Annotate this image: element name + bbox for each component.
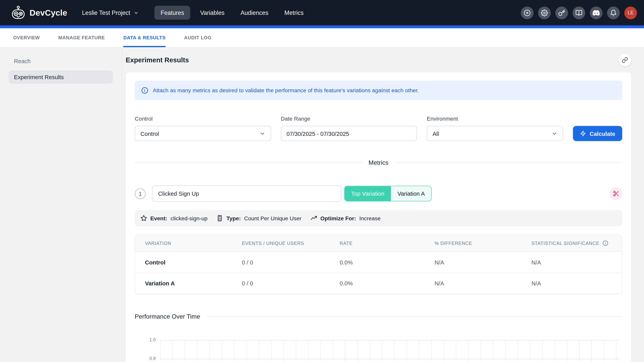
link-icon [622, 57, 628, 63]
control-select-value: Control [140, 130, 159, 137]
control-select[interactable]: Control [135, 126, 271, 141]
nav-item-features[interactable]: Features [154, 6, 190, 19]
lightning-icon [580, 130, 586, 136]
filters-row: Control Control Date Range 07/30/2025 - … [135, 116, 622, 141]
cell-events: 0 / 0 [232, 259, 330, 266]
metric-index-badge: 1 [135, 188, 146, 199]
devcycle-logo[interactable]: DevCycle [11, 5, 67, 20]
performance-section-header: Performance Over Time [135, 313, 622, 320]
event-value: clicked-sign-up [170, 215, 208, 221]
gear-icon [541, 9, 548, 16]
experiment-results-card: Attach as many metrics as desired to val… [126, 72, 631, 362]
cell-events: 0 / 0 [232, 280, 330, 287]
variation-toggle: Top Variation Variation A [344, 186, 432, 201]
chevron-down-icon [259, 131, 265, 136]
metric-name-input[interactable]: Clicked Sign Up [152, 185, 341, 202]
discord-icon [593, 9, 600, 16]
header-statistical-significance: STATISTICAL SIGNIFICANCE [522, 240, 622, 246]
control-label: Control [135, 116, 271, 122]
settings-button[interactable] [538, 6, 551, 19]
docs-button[interactable] [572, 6, 585, 19]
event-label: Event: [150, 215, 167, 221]
content-area: Reach Experiment Results Experiment Resu… [0, 47, 644, 362]
header-statistical-significance-label: STATISTICAL SIGNIFICANCE [532, 241, 599, 246]
chart-plot-area [160, 340, 619, 362]
type-value: Count Per Unique User [244, 215, 302, 221]
sidebar-item-reach[interactable]: Reach [8, 54, 113, 68]
chart-y-axis: 1.0 0.9 [135, 340, 160, 362]
logo-wordmark: DevCycle [30, 8, 67, 17]
api-keys-button[interactable] [555, 6, 568, 19]
cell-rate: 0.0% [330, 280, 425, 287]
discord-button[interactable] [590, 6, 602, 19]
top-navbar: DevCycle Leslie Test Project Features Va… [0, 0, 644, 25]
date-range-field: Date Range 07/30/2025 - 07/30/2025 [281, 116, 417, 141]
metrics-divider-label: Metrics [368, 159, 388, 166]
accent-bar [0, 25, 644, 28]
optimize-label: Optimize For: [320, 215, 356, 221]
date-range-label: Date Range [281, 116, 417, 122]
feature-tabbar: OVERVIEW MANAGE FEATURE DATA & RESULTS A… [0, 28, 644, 48]
project-selector[interactable]: Leslie Test Project [82, 9, 139, 16]
table-row-control: Control 0 / 0 0.0% N/A N/A [135, 252, 622, 273]
type-label: Type: [226, 215, 241, 221]
tab-audit-log[interactable]: AUDIT LOG [184, 28, 212, 47]
divider-line [207, 316, 622, 317]
chevron-down-icon [552, 131, 557, 136]
environment-field: Environment All [427, 116, 563, 141]
metrics-divider: Metrics [135, 159, 622, 166]
performance-chart: 1.0 0.9 [135, 340, 622, 362]
header-events-unique-users: EVENTS / UNIQUE USERS [232, 241, 330, 246]
environment-select[interactable]: All [427, 126, 563, 141]
y-tick: 0.9 [149, 356, 156, 361]
header-percent-difference: % DIFFERENCE [425, 241, 522, 246]
table-row-variation-a: Variation A 0 / 0 0.0% N/A N/A [135, 273, 622, 294]
plus-circle-icon [524, 9, 531, 16]
control-field: Control Control [135, 116, 271, 141]
info-circle-icon[interactable] [603, 240, 608, 246]
user-avatar[interactable]: LE [624, 6, 637, 19]
optimize-value: Increase [360, 215, 381, 221]
metric-row: 1 Clicked Sign Up Top Variation Variatio… [135, 185, 622, 202]
notifications-button[interactable] [607, 6, 620, 19]
copy-link-button[interactable] [618, 54, 631, 66]
app-window: DevCycle Leslie Test Project Features Va… [0, 0, 644, 362]
metric-optimize-for: Optimize For: Increase [310, 215, 380, 221]
calculate-button-label: Calculate [590, 130, 616, 137]
cell-difference: N/A [425, 280, 522, 287]
performance-title: Performance Over Time [135, 313, 200, 320]
environment-label: Environment [427, 116, 563, 122]
sidebar-item-experiment-results[interactable]: Experiment Results [8, 71, 113, 84]
tab-manage-feature[interactable]: MANAGE FEATURE [58, 28, 105, 47]
book-open-icon [576, 9, 582, 16]
create-button[interactable] [521, 6, 534, 19]
calculate-button[interactable]: Calculate [573, 126, 622, 141]
scissors-icon [612, 190, 619, 197]
tab-data-and-results[interactable]: DATA & RESULTS [123, 28, 166, 47]
nav-item-audiences[interactable]: Audiences [234, 6, 274, 19]
nav-item-metrics[interactable]: Metrics [278, 6, 310, 19]
divider-line [135, 163, 362, 163]
trending-up-icon [310, 215, 317, 221]
nav-item-variables[interactable]: Variables [194, 6, 231, 19]
date-range-value: 07/30/2025 - 07/30/2025 [286, 130, 349, 137]
environment-select-value: All [432, 130, 439, 137]
tab-overview[interactable]: OVERVIEW [13, 28, 40, 47]
cell-significance: N/A [522, 259, 622, 266]
star-icon [140, 215, 147, 221]
chevron-down-icon [134, 10, 139, 15]
project-selector-label: Leslie Test Project [82, 9, 130, 16]
metric-type: Type: Count Per Unique User [216, 215, 301, 221]
results-table: VARIATION EVENTS / UNIQUE USERS RATE % D… [135, 235, 622, 294]
y-tick: 1.0 [149, 337, 156, 342]
main-panel: Experiment Results Attach as many metric… [122, 47, 644, 362]
toggle-variation-a[interactable]: Variation A [391, 186, 432, 201]
table-header-row: VARIATION EVENTS / UNIQUE USERS RATE % D… [135, 235, 622, 252]
info-banner-text: Attach as many metrics as desired to val… [153, 87, 419, 93]
date-range-input[interactable]: 07/30/2025 - 07/30/2025 [281, 126, 417, 141]
remove-metric-button[interactable] [610, 187, 622, 200]
toggle-top-variation[interactable]: Top Variation [344, 186, 391, 201]
devcycle-robot-icon [11, 5, 26, 20]
calculator-icon [216, 215, 223, 221]
metric-meta-bar: Event: clicked-sign-up Type: Count Per U… [135, 210, 622, 226]
